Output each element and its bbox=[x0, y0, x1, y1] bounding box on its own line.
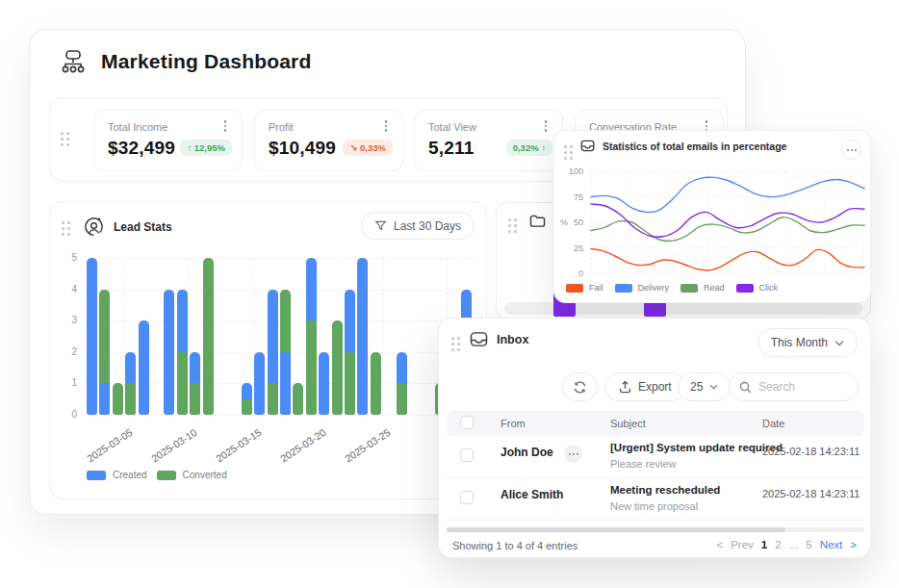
y-axis-tick: 5 bbox=[62, 252, 77, 263]
pagination-item-next[interactable]: Next bbox=[820, 539, 843, 550]
pagination-item-1[interactable]: 1 bbox=[761, 539, 767, 550]
legend-item: Read bbox=[681, 283, 725, 293]
y-axis-tick: 0 bbox=[562, 268, 583, 278]
pagination-item-prev[interactable]: Prev bbox=[731, 539, 754, 550]
legend-swatch bbox=[736, 284, 754, 293]
kpi-strip-drag-handle[interactable] bbox=[61, 132, 69, 146]
kebab-menu-icon[interactable] bbox=[539, 120, 552, 136]
cell-from: John Doe bbox=[501, 446, 553, 459]
x-axis-tick: 2025-03-25 bbox=[343, 426, 393, 464]
export-button[interactable]: Export bbox=[604, 372, 686, 401]
bar-segment bbox=[254, 352, 265, 415]
row-checkbox[interactable] bbox=[460, 448, 474, 462]
legend-item: Delivery bbox=[615, 283, 670, 293]
table-summary: Showing 1 to 4 of 4 entries bbox=[452, 540, 578, 551]
kebab-menu-icon[interactable] bbox=[379, 120, 393, 136]
cell-subject: [Urgent] System update required bbox=[610, 442, 783, 453]
legend-swatch bbox=[681, 284, 698, 293]
legend-item: Fail bbox=[566, 283, 604, 293]
horizontal-scrollbar[interactable] bbox=[447, 527, 864, 532]
period-dropdown[interactable]: This Month bbox=[758, 328, 858, 357]
legend-label: Created bbox=[113, 470, 147, 480]
lead-stats-card: Lead Stats Last 30 Days 5432102025-03-05… bbox=[49, 201, 487, 499]
kpi-trend-badge: ↑ 12,95% bbox=[180, 140, 232, 156]
bar-segment bbox=[164, 290, 174, 415]
inbox-icon bbox=[470, 331, 488, 347]
bar-segment bbox=[139, 320, 149, 415]
pagination: <Prev12...5Next> bbox=[716, 539, 857, 550]
line-series-read bbox=[591, 217, 864, 242]
bar-segment bbox=[242, 399, 252, 415]
pagination-item-[interactable]: < bbox=[716, 539, 723, 550]
table-header: From Subject Date bbox=[447, 411, 864, 436]
email-stats-card: Statistics of total emails in percentage… bbox=[553, 130, 871, 303]
pagination-item-[interactable]: ... bbox=[789, 539, 799, 550]
y-axis-tick: 100 bbox=[562, 166, 583, 176]
kpi-title: Total Income bbox=[108, 121, 167, 133]
y-axis-tick: 25 bbox=[562, 243, 583, 253]
y-axis-tick: 2 bbox=[62, 346, 77, 357]
inbox-drag-handle[interactable] bbox=[451, 337, 460, 351]
cell-preview: Please review bbox=[610, 458, 676, 470]
folder-card-drag-handle[interactable] bbox=[508, 218, 517, 233]
pagination-item-2[interactable]: 2 bbox=[775, 539, 781, 550]
cell-date: 2025-02-18 14:23:11 bbox=[762, 488, 860, 499]
search-icon bbox=[739, 381, 752, 394]
dashboard-header: Marketing Dashboard bbox=[59, 47, 312, 76]
bar-segment bbox=[190, 383, 200, 415]
cell-subject: Meeting rescheduled bbox=[610, 484, 720, 496]
x-axis-tick: 2025-03-15 bbox=[214, 426, 264, 464]
refresh-button[interactable] bbox=[562, 372, 598, 401]
y-axis-tick: 1 bbox=[62, 377, 77, 388]
scrollbar-thumb[interactable] bbox=[447, 527, 785, 532]
legend-label: Converted bbox=[183, 470, 227, 480]
legend-item: Converted bbox=[157, 470, 227, 480]
legend-label: Click bbox=[759, 283, 779, 293]
kpi-value: $32,499 bbox=[108, 138, 175, 159]
inbox-title: Inbox bbox=[497, 333, 528, 346]
pagination-item-5[interactable]: 5 bbox=[806, 539, 811, 550]
y-axis-tick: 0 bbox=[62, 409, 77, 420]
gridline bbox=[85, 415, 475, 416]
search-field[interactable] bbox=[729, 372, 859, 401]
row-menu-button[interactable] bbox=[564, 445, 582, 463]
table-row[interactable]: John Doe[Urgent] System update requiredP… bbox=[447, 436, 864, 478]
gridline bbox=[85, 290, 475, 291]
bar-segment bbox=[268, 383, 278, 415]
table-row[interactable]: Alice SmithMeeting rescheduledNew time p… bbox=[447, 478, 864, 521]
row-checkbox[interactable] bbox=[460, 491, 474, 504]
page: Marketing Dashboard Total Income$32,499↑… bbox=[0, 0, 899, 588]
legend-swatch bbox=[87, 471, 106, 480]
kpi-card-profit: Profit$10,499↘ 0,33% bbox=[254, 110, 403, 171]
bar-segment bbox=[280, 352, 291, 415]
cell-date: 2025-02-18 14:23:11 bbox=[762, 446, 860, 457]
export-label: Export bbox=[638, 380, 672, 394]
x-axis-tick: 2025-03-10 bbox=[149, 426, 199, 464]
bar-segment bbox=[125, 383, 136, 415]
x-axis-tick: 2025-03-20 bbox=[278, 426, 328, 464]
bar-segment bbox=[293, 383, 303, 415]
pagination-item-[interactable]: > bbox=[850, 539, 857, 550]
legend-label: Read bbox=[704, 283, 725, 293]
bar-segment bbox=[306, 320, 317, 415]
legend-swatch bbox=[566, 284, 583, 293]
legend-label: Delivery bbox=[638, 283, 670, 293]
bar-segment bbox=[345, 352, 355, 415]
column-header-from: From bbox=[501, 418, 526, 429]
legend-item: Click bbox=[736, 283, 779, 293]
legend-label: Fail bbox=[589, 283, 604, 293]
inbox-card: Inbox This Month Export 25 bbox=[438, 318, 871, 558]
column-header-date: Date bbox=[762, 418, 784, 429]
bar-segment bbox=[357, 258, 368, 415]
page-size-dropdown[interactable]: 25 bbox=[678, 372, 731, 401]
gridline bbox=[85, 258, 475, 259]
legend-swatch bbox=[615, 284, 632, 293]
kebab-menu-icon[interactable] bbox=[218, 120, 232, 136]
search-input[interactable] bbox=[758, 380, 847, 394]
bar-segment bbox=[371, 352, 381, 415]
select-all-checkbox[interactable] bbox=[460, 416, 474, 429]
line-series-fail bbox=[591, 249, 864, 270]
lead-stats-chart: 5432102025-03-052025-03-102025-03-152025… bbox=[50, 202, 488, 500]
page-size-value: 25 bbox=[690, 380, 703, 394]
chevron-down-icon bbox=[709, 384, 718, 390]
